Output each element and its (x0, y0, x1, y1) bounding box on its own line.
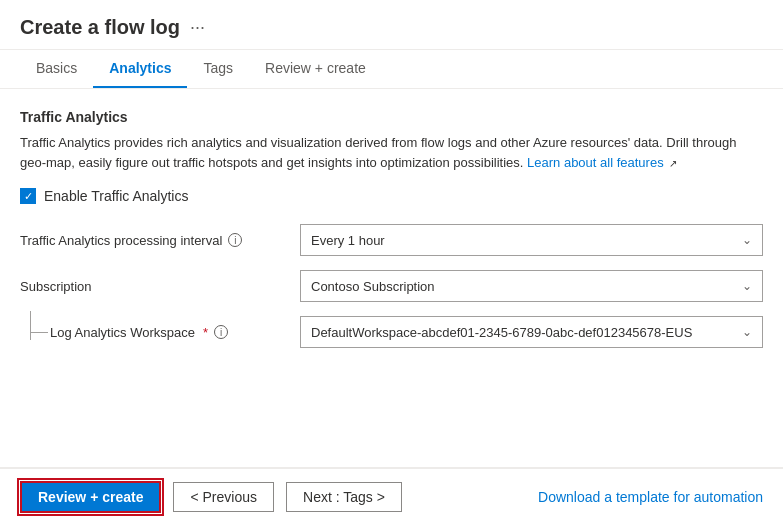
ellipsis-menu[interactable]: ··· (190, 17, 205, 38)
learn-more-link[interactable]: Learn about all features (527, 155, 664, 170)
subscription-value: Contoso Subscription (311, 279, 435, 294)
subscription-chevron-icon: ⌄ (742, 279, 752, 293)
processing-interval-dropdown[interactable]: Every 1 hour ⌄ (300, 224, 763, 256)
log-analytics-workspace-row: Log Analytics Workspace * i DefaultWorks… (20, 316, 763, 348)
log-analytics-workspace-label: Log Analytics Workspace * i (20, 325, 300, 340)
log-analytics-workspace-dropdown[interactable]: DefaultWorkspace-abcdef01-2345-6789-0abc… (300, 316, 763, 348)
external-link-icon: ↗ (669, 158, 677, 169)
page-title: Create a flow log (20, 16, 180, 39)
processing-interval-info-icon[interactable]: i (228, 233, 242, 247)
download-template-link[interactable]: Download a template for automation (538, 489, 763, 505)
required-indicator: * (203, 325, 208, 340)
checkmark-icon: ✓ (24, 191, 33, 202)
section-description: Traffic Analytics provides rich analytic… (20, 133, 763, 172)
processing-interval-label: Traffic Analytics processing interval i (20, 233, 300, 248)
log-analytics-workspace-value: DefaultWorkspace-abcdef01-2345-6789-0abc… (311, 325, 692, 340)
subscription-label-text: Subscription (20, 279, 92, 294)
tab-bar: Basics Analytics Tags Review + create (0, 50, 783, 89)
subscription-dropdown[interactable]: Contoso Subscription ⌄ (300, 270, 763, 302)
section-title: Traffic Analytics (20, 109, 763, 125)
main-content: Traffic Analytics Traffic Analytics prov… (0, 89, 783, 467)
subscription-label: Subscription (20, 279, 300, 294)
processing-interval-chevron-icon: ⌄ (742, 233, 752, 247)
previous-button[interactable]: < Previous (173, 482, 274, 512)
review-create-button[interactable]: Review + create (20, 481, 161, 513)
processing-interval-row: Traffic Analytics processing interval i … (20, 224, 763, 256)
processing-interval-value: Every 1 hour (311, 233, 385, 248)
tab-tags[interactable]: Tags (187, 50, 249, 88)
page-header: Create a flow log ··· (0, 0, 783, 50)
tab-review-create[interactable]: Review + create (249, 50, 382, 88)
footer: Review + create < Previous Next : Tags >… (0, 467, 783, 525)
subscription-row: Subscription Contoso Subscription ⌄ (20, 270, 763, 302)
next-button[interactable]: Next : Tags > (286, 482, 402, 512)
log-analytics-workspace-chevron-icon: ⌄ (742, 325, 752, 339)
processing-interval-label-text: Traffic Analytics processing interval (20, 233, 222, 248)
enable-analytics-checkbox[interactable]: ✓ (20, 188, 36, 204)
enable-analytics-label: Enable Traffic Analytics (44, 188, 188, 204)
log-analytics-workspace-info-icon[interactable]: i (214, 325, 228, 339)
log-analytics-workspace-label-text: Log Analytics Workspace (50, 325, 195, 340)
tab-basics[interactable]: Basics (20, 50, 93, 88)
tab-analytics[interactable]: Analytics (93, 50, 187, 88)
enable-analytics-row: ✓ Enable Traffic Analytics (20, 188, 763, 204)
